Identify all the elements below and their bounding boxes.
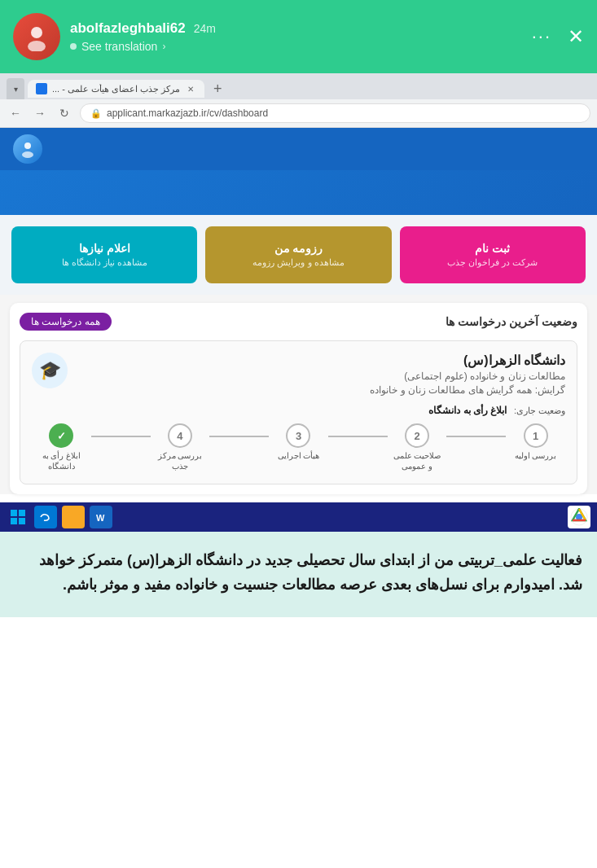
lock-icon: 🔒 — [90, 108, 102, 119]
register-card-subtitle: شرکت در فراخوان جذب — [447, 257, 538, 268]
status-section: وضعیت آخرین درخواست ها همه درخواست ها دا… — [10, 303, 587, 494]
caption-text: فعالیت علمی_تربیتی من از ابتدای سال تحصی… — [15, 548, 582, 598]
forward-button[interactable]: → — [31, 104, 49, 122]
browser-tabs: ▾ مرکز جذب اعضای هیأت علمی - ... ✕ + — [0, 73, 597, 99]
needs-card-subtitle: مشاهده نیاز دانشگاه ها — [62, 257, 147, 268]
svg-point-3 — [22, 151, 33, 158]
step-4: 4 بررسی مرکز جذب — [151, 423, 210, 472]
taskbar-word-icon[interactable]: W — [90, 506, 112, 528]
step-3-label: هیأت اجرایی — [278, 451, 320, 462]
svg-point-1 — [28, 41, 46, 51]
translation-label: See translation — [81, 40, 157, 53]
svg-rect-5 — [19, 510, 25, 516]
browser-chrome: ▾ مرکز جذب اعضای هیأت علمی - ... ✕ + ← →… — [0, 73, 597, 128]
active-tab[interactable]: مرکز جذب اعضای هیأت علمی - ... ✕ — [28, 80, 204, 98]
tab-close-button[interactable]: ✕ — [185, 83, 196, 94]
needs-card[interactable]: اعلام نیازها مشاهده نیاز دانشگاه ها — [11, 226, 197, 283]
all-requests-button[interactable]: همه درخواست ها — [20, 313, 112, 331]
story-header-right: ··· ✕ — [532, 25, 584, 48]
current-status-value: ابلاغ رأی به دانشگاه — [428, 405, 507, 416]
step-4-label: بررسی مرکز جذب — [153, 451, 206, 472]
step-3: 3 هیأت اجرایی — [269, 423, 328, 462]
connector-1-2 — [446, 436, 506, 437]
taskbar-edge-icon[interactable] — [34, 506, 57, 528]
avatar-image — [13, 13, 60, 60]
status-title: وضعیت آخرین درخواست ها — [446, 315, 577, 328]
taskbar-chrome-icon[interactable] — [568, 506, 590, 528]
resume-card[interactable]: رزومه من مشاهده و ویرایش رزومه — [205, 226, 391, 283]
needs-card-title: اعلام نیازها — [79, 242, 130, 255]
tab-favicon — [36, 83, 47, 94]
story-header-left: abolfazleghbali62 24m See translation › — [13, 13, 216, 60]
webapp-nav-avatar-inner — [13, 134, 42, 164]
story-user-info: abolfazleghbali62 24m See translation › — [70, 20, 216, 53]
university-subfield: گرایش: همه گرایش های مطالعات زنان و خانو… — [370, 384, 565, 396]
university-name: دانشگاه الزهرا(س) — [370, 353, 565, 368]
step-1-label: بررسی اولیه — [515, 451, 557, 462]
svg-rect-6 — [11, 518, 17, 524]
webapp-cards: ثبت نام شرکت در فراخوان جذب رزومه من مشا… — [0, 215, 597, 295]
application-card: دانشگاه الزهرا(س) مطالعات زنان و خانواده… — [20, 340, 577, 484]
connector-2-3 — [328, 436, 388, 437]
webapp-banner — [0, 170, 597, 215]
story-username-row: abolfazleghbali62 24m — [70, 20, 216, 37]
svg-text:W: W — [96, 513, 105, 523]
step-2-circle: 2 — [405, 423, 429, 448]
current-status-label: وضعیت جاری: — [514, 406, 565, 415]
status-header: وضعیت آخرین درخواست ها همه درخواست ها — [20, 313, 577, 331]
webapp-nav-avatar — [13, 134, 42, 164]
step-1: 1 بررسی اولیه — [506, 423, 565, 462]
step-2: 2 صلاحیت علمی و عمومی — [388, 423, 447, 472]
tab-dropdown-button[interactable]: ▾ — [7, 78, 24, 99]
new-tab-button[interactable]: + — [208, 79, 227, 99]
step-5-circle: ✓ — [49, 423, 73, 448]
story-translation[interactable]: See translation › — [70, 40, 216, 53]
step-5-label: ابلاغ رأی به دانشگاه — [35, 451, 88, 472]
webapp-nav — [0, 128, 597, 170]
register-card[interactable]: ثبت نام شرکت در فراخوان جذب — [400, 226, 586, 283]
story-header: abolfazleghbali62 24m See translation › … — [0, 0, 597, 73]
step-4-circle: 4 — [168, 423, 192, 448]
connector-3-4 — [209, 436, 269, 437]
step-5: ✓ ابلاغ رأی به دانشگاه — [32, 423, 91, 472]
taskbar: W — [0, 502, 597, 532]
webapp: ثبت نام شرکت در فراخوان جذب رزومه من مشا… — [0, 128, 597, 494]
address-text: applicant.markazjazb.ir/cv/dashboard — [107, 107, 580, 119]
avatar — [13, 13, 60, 60]
resume-card-subtitle: مشاهده و ویرایش رزومه — [252, 257, 344, 268]
step-2-label: صلاحیت علمی و عمومی — [391, 451, 444, 472]
app-card-info: دانشگاه الزهرا(س) مطالعات زنان و خانواده… — [370, 353, 565, 396]
step-3-circle: 3 — [286, 423, 310, 448]
story-username: abolfazleghbali62 — [70, 20, 186, 37]
reload-button[interactable]: ↻ — [55, 104, 73, 122]
browser-addressbar: ← → ↻ 🔒 applicant.markazjazb.ir/cv/dashb… — [0, 99, 597, 127]
caption-block: فعالیت علمی_تربیتی من از ابتدای سال تحصی… — [0, 532, 597, 617]
connector-4-5 — [91, 436, 151, 437]
chevron-right-icon: › — [162, 41, 165, 52]
story-time: 24m — [194, 22, 216, 35]
more-options-button[interactable]: ··· — [532, 26, 551, 47]
close-button[interactable]: ✕ — [568, 25, 584, 48]
back-button[interactable]: ← — [7, 104, 24, 122]
svg-rect-7 — [19, 518, 25, 524]
university-icon: 🎓 — [32, 353, 68, 388]
taskbar-windows-button[interactable] — [7, 506, 29, 528]
svg-point-0 — [31, 27, 42, 38]
svg-point-2 — [24, 142, 31, 149]
progress-steps-row: 1 بررسی اولیه 2 صلاحیت علمی و عمومی 3 هی… — [32, 423, 565, 472]
translation-dot — [70, 43, 77, 50]
address-bar[interactable]: 🔒 applicant.markazjazb.ir/cv/dashboard — [80, 103, 590, 123]
app-card-header: دانشگاه الزهرا(س) مطالعات زنان و خانواده… — [32, 353, 565, 396]
register-card-title: ثبت نام — [475, 242, 510, 255]
university-field: مطالعات زنان و خانواده (علوم اجتماعی) — [370, 370, 565, 382]
step-1-circle: 1 — [524, 423, 548, 448]
svg-rect-4 — [11, 510, 17, 516]
tab-title: مرکز جذب اعضای هیأت علمی - ... — [52, 84, 180, 94]
taskbar-folder-icon[interactable] — [62, 506, 85, 528]
resume-card-title: رزومه من — [274, 242, 323, 255]
